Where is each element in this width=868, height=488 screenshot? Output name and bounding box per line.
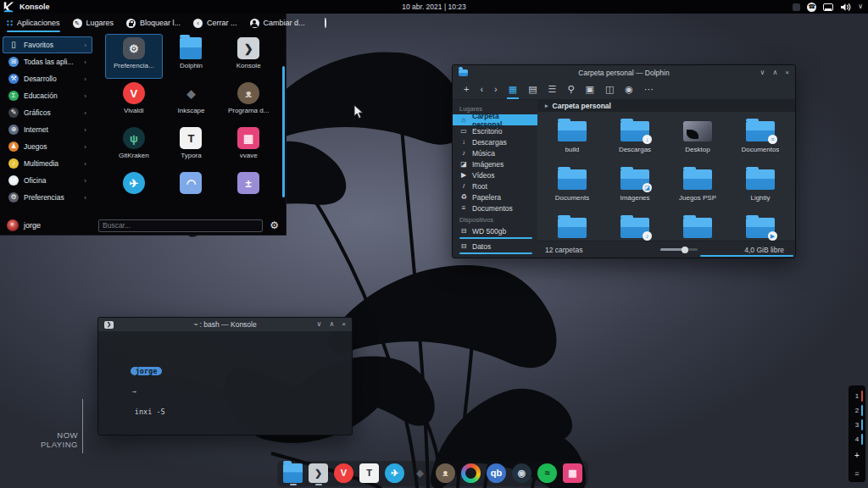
category-item[interactable]: ♪ Multimedia › bbox=[3, 155, 92, 172]
tab-cambiar[interactable]: Cambiar d... bbox=[250, 14, 305, 32]
folder-item[interactable]: Juegos PSP bbox=[666, 167, 729, 215]
folder-item[interactable]: LightlyShaders bbox=[541, 215, 604, 241]
new[interactable]: + bbox=[464, 80, 469, 99]
category-item[interactable]: ♟ Juegos › bbox=[3, 138, 92, 155]
terminal-output[interactable]: jorge → inxi -S System: Host: diablo Ker… bbox=[98, 331, 352, 435]
back[interactable]: ‹ bbox=[480, 80, 483, 99]
user-entry[interactable]: jorge bbox=[7, 219, 92, 231]
tab-lugares[interactable]: ✎ Lugares bbox=[73, 14, 114, 32]
folder-item[interactable]: Lightly bbox=[729, 167, 792, 215]
dolphin-titlebar[interactable]: Carpeta personal — Dolphin ∨ ∧ × bbox=[453, 65, 795, 80]
kcalc[interactable]: ± bbox=[220, 169, 277, 214]
device-item[interactable]: ⊟ WD 500gb bbox=[453, 225, 537, 236]
typora[interactable]: T bbox=[359, 463, 379, 485]
desktop-item[interactable]: 2 bbox=[849, 403, 865, 418]
category-item[interactable]: ⊕ Internet › bbox=[3, 121, 92, 138]
place-item[interactable]: ≡ Documentos bbox=[453, 202, 537, 214]
steam[interactable]: ◉ bbox=[512, 463, 531, 485]
forward[interactable]: › bbox=[494, 80, 498, 99]
hidden-files[interactable]: ◉ bbox=[625, 80, 633, 99]
discover[interactable]: ◠ bbox=[163, 169, 220, 214]
place-item[interactable]: ♻ Papelera bbox=[453, 191, 537, 202]
qbittorrent[interactable]: qb bbox=[487, 463, 506, 485]
folder-item[interactable]: Documents bbox=[541, 167, 604, 215]
tab-aplicaciones[interactable]: ∷ Aplicaciones bbox=[7, 14, 60, 32]
launcher-scrollbar[interactable] bbox=[282, 66, 285, 197]
dolphin[interactable] bbox=[283, 463, 303, 485]
category-item[interactable]: ✎ Gráficos › bbox=[3, 104, 92, 121]
tab-bloquear[interactable]: Bloquear l... bbox=[126, 14, 181, 32]
gear-icon[interactable]: ⚙ bbox=[270, 220, 279, 230]
color-wheel-app[interactable] bbox=[461, 463, 481, 485]
inkscape[interactable]: ◆ Inkscape bbox=[163, 79, 220, 124]
falkon[interactable]: ✈ bbox=[385, 463, 404, 485]
gitkraken[interactable]: ψ GitKraken bbox=[105, 124, 163, 169]
place-item[interactable]: ♪ Música bbox=[453, 147, 537, 158]
window-list-icon[interactable]: ≡ bbox=[854, 470, 859, 478]
power-icon[interactable] bbox=[325, 19, 326, 28]
search[interactable]: ⚲ bbox=[567, 80, 574, 99]
folder-item[interactable]: ≡ Documentos bbox=[729, 119, 792, 167]
gimp[interactable]: ᴥ bbox=[436, 463, 455, 485]
desktop-item[interactable]: 3 bbox=[849, 418, 865, 432]
folder-item[interactable]: ◪ Imágenes bbox=[604, 167, 666, 215]
folder-item[interactable]: ↓ Descargas bbox=[604, 119, 666, 167]
place-item[interactable]: ▶ Vídeos bbox=[453, 169, 537, 180]
folder-item[interactable]: ownCloud bbox=[666, 215, 729, 241]
minimize-icon[interactable]: ∨ bbox=[317, 321, 322, 328]
category-item[interactable]: ▤ Oficina › bbox=[3, 172, 92, 189]
konsole[interactable]: ❯ bbox=[309, 463, 328, 485]
inkscape[interactable]: ◆ bbox=[410, 463, 430, 485]
spotify[interactable]: ≈ bbox=[537, 463, 557, 485]
desktop-item[interactable]: 4 bbox=[849, 432, 865, 446]
view-icons[interactable]: ▦ bbox=[509, 80, 517, 99]
view-compact[interactable]: ▤ bbox=[528, 80, 537, 99]
vivaldi[interactable]: V Vivaldi bbox=[105, 79, 163, 124]
category-item[interactable]: ▯ Favoritos › bbox=[3, 36, 92, 53]
chevron-down-icon[interactable]: ∨ bbox=[858, 3, 863, 10]
konsole-titlebar[interactable]: ❯ ~ : bash — Konsole ∨ ∧ × bbox=[98, 318, 352, 331]
category-item[interactable]: ⚒ Desarrollo › bbox=[3, 70, 92, 87]
phone-icon[interactable]: ☎ bbox=[807, 3, 816, 12]
konsole[interactable]: ❯ Konsole bbox=[220, 34, 277, 79]
desktop-item[interactable]: 1 bbox=[849, 389, 865, 403]
close-icon[interactable]: × bbox=[785, 69, 789, 76]
preview[interactable]: ▣ bbox=[586, 80, 594, 99]
vivaldi[interactable]: V bbox=[334, 463, 353, 485]
category-item[interactable]: ⊞ Todas las apli... › bbox=[3, 53, 92, 70]
folder-item[interactable]: Desktop bbox=[666, 119, 729, 167]
typora[interactable]: T Typora bbox=[163, 124, 220, 169]
maximize-icon[interactable]: ∧ bbox=[772, 69, 777, 76]
system-settings[interactable]: ⚙ Preferencia... bbox=[105, 34, 163, 79]
display-icon[interactable] bbox=[823, 3, 833, 11]
breadcrumb[interactable]: ▸ Carpeta personal bbox=[537, 100, 795, 112]
category-item[interactable]: Σ Educación › bbox=[3, 87, 92, 104]
maximize-icon[interactable]: ∧ bbox=[329, 321, 334, 328]
add-desktop-button[interactable]: + bbox=[854, 449, 860, 461]
falkon[interactable]: ✈ bbox=[105, 169, 163, 214]
device-item[interactable]: ⊟ Datos bbox=[453, 241, 537, 252]
close-icon[interactable]: × bbox=[342, 321, 346, 328]
dolphin[interactable]: Dolphin bbox=[163, 34, 220, 79]
gimp[interactable]: ᴥ Programa d... bbox=[220, 79, 277, 124]
place-item[interactable]: ⌂ Carpeta personal bbox=[453, 114, 537, 125]
vvave[interactable]: ▦ vvave bbox=[220, 124, 277, 169]
split[interactable]: ◫ bbox=[605, 80, 614, 99]
slider-handle[interactable] bbox=[682, 247, 688, 253]
tab-cerrar[interactable]: ‹ Cerrar ... bbox=[193, 14, 237, 32]
view-details[interactable]: ☰ bbox=[548, 80, 557, 99]
folder-item[interactable]: build bbox=[541, 119, 604, 167]
place-item[interactable]: ◪ Imágenes bbox=[453, 158, 537, 169]
place-item[interactable]: / Root bbox=[453, 180, 537, 191]
vvave[interactable]: ▦ bbox=[563, 463, 582, 485]
category-item[interactable]: ⚙ Preferencias › bbox=[3, 189, 92, 206]
folder-item[interactable]: ♪ Música bbox=[604, 215, 666, 241]
place-item[interactable]: ↓ Descargas bbox=[453, 136, 537, 147]
zoom-slider[interactable] bbox=[660, 248, 698, 251]
search-input[interactable] bbox=[98, 219, 263, 232]
clock[interactable]: 10 abr. 2021 | 10:23 bbox=[0, 3, 868, 11]
folder-item[interactable]: ▶ Vídeos bbox=[729, 215, 792, 241]
minimize-icon[interactable]: ∨ bbox=[760, 69, 765, 76]
volume-icon[interactable] bbox=[840, 3, 851, 12]
menu[interactable]: ⋯ bbox=[644, 80, 654, 99]
